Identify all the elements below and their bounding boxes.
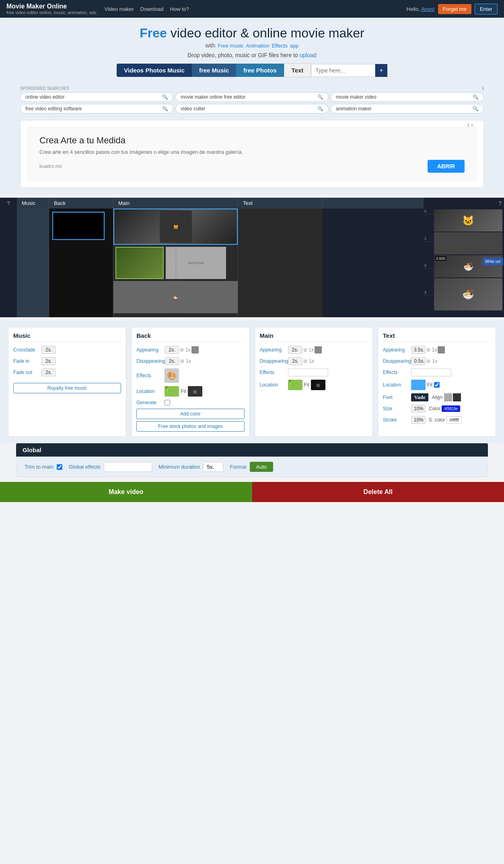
make-video-button[interactable]: Make video [0, 482, 252, 502]
tab-free-photos[interactable]: free Photos [236, 64, 284, 77]
back-panel: Back Appearing 2s. ⊘ 1x Disappearing 2s.… [131, 327, 249, 437]
tab-videos-photos-music[interactable]: Videos Photos Music [117, 64, 192, 77]
text-fit-label: Fit [427, 382, 432, 388]
sponsored-item[interactable]: online video editor 🔍 [20, 92, 173, 102]
hero-link-effects[interactable]: Effects [272, 43, 288, 49]
search-input[interactable] [311, 64, 375, 77]
main-appearing-color [315, 346, 322, 353]
text-disappearing-row: Disappearing 0.5s. ⊘ 1x [383, 357, 491, 365]
fade-in-value[interactable]: 2s. [41, 357, 56, 365]
main-disappearing-value[interactable]: 2s. [288, 357, 302, 365]
main-effects-label: Effects [260, 370, 288, 375]
main-panel: Main Appearing 2s. ⊘ 1x Disappearing 2s.… [255, 327, 373, 437]
text-location-thumb[interactable] [411, 380, 426, 390]
global-effects-input[interactable] [104, 462, 152, 472]
enter-button[interactable]: Enter [475, 4, 498, 14]
search-icon: 🔍 [317, 106, 323, 112]
stop-icon-text: ⊘ [426, 347, 430, 353]
nav-video-maker[interactable]: Video maker [105, 6, 134, 12]
text-effects-input[interactable] [411, 368, 451, 376]
forget-button[interactable]: Forget me [438, 4, 471, 14]
effects-thumb[interactable]: 🎨 [165, 368, 179, 383]
stop-icon-text-2: ⊘ [426, 358, 430, 364]
fit-thumb[interactable]: ▤ [188, 386, 202, 397]
ad-open-button[interactable]: ABRIR [428, 160, 465, 173]
sponsored-item[interactable]: movie maker online free editor 🔍 [175, 92, 329, 102]
royalty-music-button[interactable]: Royalty free music [13, 383, 121, 393]
main-location-thumb[interactable]: 🦜 [288, 380, 302, 390]
user-link[interactable]: Anon! [421, 6, 435, 12]
text-location-label: Location [383, 382, 411, 388]
track-header-text: Text [238, 198, 323, 209]
ad-section: ℹ ✕ Crea Arte a tu Medida Crea arte en 4… [0, 118, 504, 194]
main-effects-input[interactable] [288, 368, 328, 376]
hero-title: Free video editor & online movie maker [0, 26, 504, 41]
main-clip-2[interactable] [115, 247, 164, 279]
add-color-button[interactable]: Add color [136, 409, 244, 419]
nav-download[interactable]: Download [140, 6, 164, 12]
main-panel-title: Main [260, 332, 368, 342]
back-disappearing-value[interactable]: 2s. [165, 357, 179, 365]
write-us-button[interactable]: Write us! [483, 258, 503, 265]
generate-checkbox[interactable] [165, 400, 170, 405]
logo-wrap: Movie Maker Online free video editor onl… [6, 3, 97, 15]
min-duration-input[interactable] [203, 462, 223, 472]
fade-out-value[interactable]: 2s. [41, 368, 56, 376]
sponsored-item[interactable]: free video editing software 🔍 [20, 104, 173, 114]
crossfade-value[interactable]: 2s. [41, 346, 56, 354]
s-color-swatch[interactable]: #ffffff [446, 416, 461, 424]
search-icon: 🔍 [473, 106, 479, 112]
trim-label: Trim to main [25, 464, 53, 470]
hero-link-music[interactable]: Free music [218, 43, 243, 49]
thumb-4[interactable]: 🍜 [434, 278, 502, 310]
text-appearing-value[interactable]: 3.5s. [411, 346, 426, 354]
search-add-button[interactable]: + [375, 64, 387, 77]
main-appearing-value[interactable]: 2s. [288, 346, 302, 354]
tab-text[interactable]: Text [284, 63, 311, 77]
question-right[interactable]: ? [424, 198, 504, 209]
upload-link[interactable]: upload [300, 52, 317, 58]
global-wrapper: Global Trim to main Global effects Minim… [0, 443, 504, 477]
main-track: 🐱 food bowl 🍜 [113, 209, 238, 317]
text-disappearing-value[interactable]: 0.5s. [411, 357, 426, 365]
tab-free-music[interactable]: free Music [192, 64, 236, 77]
text-size-value[interactable]: 10% [411, 405, 426, 413]
controls-section: Music Crossfade 2s. Fade in 2s. Fade out… [0, 320, 504, 443]
text-stroke-value[interactable]: 10% [411, 416, 426, 424]
hero-link-animation[interactable]: Animation [246, 43, 269, 49]
main-clip-3[interactable]: food bowl [166, 247, 226, 279]
sponsored-item[interactable]: animation maker 🔍 [331, 104, 484, 114]
hero-link-app[interactable]: app [290, 43, 299, 49]
delete-all-button[interactable]: Delete All [252, 482, 504, 502]
question-icon: ? [7, 200, 10, 207]
font-badge[interactable]: Vade [411, 393, 429, 401]
nav-how-to[interactable]: How to? [170, 6, 189, 12]
back-clip[interactable] [52, 212, 105, 240]
thumb-3[interactable]: 🍜 2.600 Write us! [434, 255, 502, 277]
tab-bar: Videos Photos Music free Music free Phot… [0, 63, 504, 77]
editor-main-area: 🐱 food bowl 🍜 [0, 209, 504, 317]
back-generate-label: Generate [136, 400, 165, 405]
thumb-2[interactable] [434, 232, 502, 254]
speed-icon-main: 1x [309, 347, 314, 353]
global-header: Global [16, 443, 488, 457]
thumb-1[interactable]: 🐱 [434, 209, 502, 232]
text-font-row: Font Vade Align [383, 393, 491, 401]
location-thumb[interactable]: 🦜 [165, 386, 179, 397]
text-fit-checkbox[interactable] [434, 382, 440, 388]
format-select[interactable]: Auto [250, 462, 274, 472]
color-swatch[interactable]: #081fe [442, 405, 460, 412]
speed-icon-2: 1x [186, 358, 191, 364]
main-location-row: Location 🦜 Fit ▤ [260, 380, 368, 390]
align-center-button[interactable] [453, 393, 461, 401]
align-left-button[interactable] [444, 393, 452, 401]
question-left[interactable]: ? [0, 198, 17, 209]
sponsored-item[interactable]: movie maker video 🔍 [331, 92, 484, 102]
trim-checkbox[interactable] [57, 464, 62, 470]
back-appearing-value[interactable]: 2s. [165, 346, 179, 354]
music-track [17, 209, 49, 317]
main-nav: Video maker Download How to? [105, 6, 189, 12]
free-photos-button[interactable]: Free stock photos and images [136, 421, 244, 432]
main-fit-thumb[interactable]: ▤ [311, 380, 325, 390]
sponsored-item[interactable]: video cutter 🔍 [175, 104, 329, 114]
